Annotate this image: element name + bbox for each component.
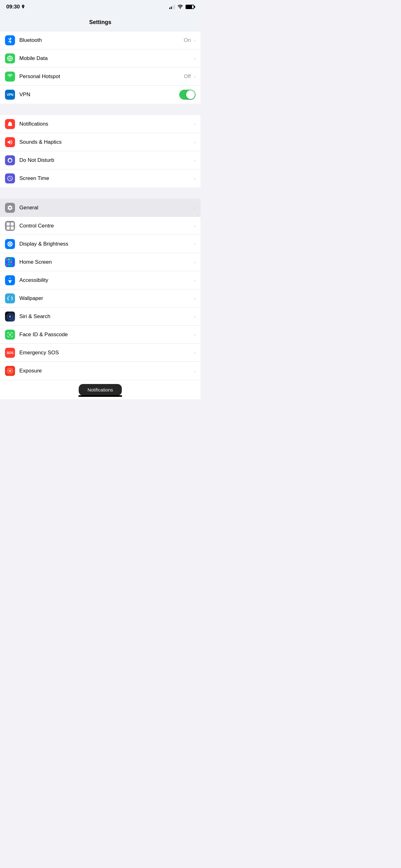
vpn-label: VPN [20,92,179,98]
settings-row-general[interactable]: General › [0,199,201,217]
emergency-sos-icon: SOS [5,348,15,358]
settings-row-personal-hotspot[interactable]: Personal Hotspot Off › [0,67,201,86]
wallpaper-chevron: › [194,296,196,301]
section-system1: Notifications › Sounds & Haptics › Do No… [0,115,201,187]
settings-row-sounds[interactable]: Sounds & Haptics › [0,133,201,151]
settings-row-accessibility[interactable]: Accessibility › [0,271,201,289]
display-brightness-label: Display & Brightness [20,241,193,247]
accessibility-chevron: › [194,277,196,283]
screen-time-chevron: › [194,176,196,181]
bottom-notification-area: Notifications [0,380,201,399]
hotspot-icon [5,71,15,82]
hotspot-value: Off [184,73,191,80]
bluetooth-chevron: › [194,37,196,43]
vpn-toggle-container[interactable] [179,90,196,100]
wallpaper-label: Wallpaper [20,295,193,302]
status-bar: 09:30 [0,0,201,14]
sounds-label: Sounds & Haptics [20,139,193,145]
status-time: 09:30 [6,4,25,10]
hotspot-label: Personal Hotspot [20,73,184,80]
mobile-data-chevron: › [194,56,196,61]
control-centre-chevron: › [194,223,196,228]
home-screen-icon [5,257,15,267]
mobile-data-icon [5,54,15,63]
exposure-label: Exposure [20,368,193,374]
siri-icon [5,312,15,321]
face-id-chevron: › [194,332,196,337]
vpn-icon: VPN [5,90,15,100]
settings-row-face-id[interactable]: Face ID & Passcode › [0,326,201,344]
svg-point-3 [9,333,9,334]
display-brightness-chevron: › [194,241,196,247]
vpn-toggle-knob [186,90,195,99]
svg-point-10 [12,371,13,372]
navigation-header: Settings [0,14,201,31]
general-label: General [20,205,193,211]
siri-label: Siri & Search [20,313,193,320]
wallpaper-icon [5,293,15,303]
signal-bar-2 [171,6,172,9]
do-not-disturb-label: Do Not Disturb [20,157,193,163]
bluetooth-icon [5,35,15,45]
settings-row-exposure[interactable]: Exposure › [0,362,201,380]
vpn-toggle[interactable] [179,90,196,100]
face-id-label: Face ID & Passcode [20,332,193,338]
section-gap-1 [0,104,201,115]
display-brightness-icon [5,239,15,249]
svg-point-7 [10,368,11,369]
svg-point-1 [9,277,10,278]
signal-strength [169,5,175,9]
emergency-sos-chevron: › [194,350,196,355]
settings-row-bluetooth[interactable]: Bluetooth On › [0,31,201,50]
svg-point-5 [9,370,11,372]
exposure-chevron: › [194,368,196,374]
notifications-chevron: › [194,121,196,127]
siri-chevron: › [194,314,196,319]
do-not-disturb-icon [5,155,15,165]
section-system2: General › Control Centre › Display & Bri… [0,199,201,380]
accessibility-label: Accessibility [20,277,193,283]
settings-content: Bluetooth On › Mobile Data › Perso [0,31,201,399]
settings-row-control-centre[interactable]: Control Centre › [0,217,201,235]
status-icons [169,5,194,9]
notification-toast-text: Notifications [88,387,113,393]
svg-point-13 [11,372,12,373]
hotspot-chevron: › [194,74,196,79]
control-centre-icon [5,221,15,231]
section-connectivity: Bluetooth On › Mobile Data › Perso [0,31,201,104]
bluetooth-value: On [183,37,191,43]
mobile-data-label: Mobile Data [20,55,191,62]
settings-row-do-not-disturb[interactable]: Do Not Disturb › [0,151,201,169]
settings-row-siri[interactable]: Siri & Search › [0,307,201,326]
sounds-icon [5,137,15,147]
svg-point-8 [11,369,12,370]
settings-row-home-screen[interactable]: Home Screen › [0,253,201,271]
signal-bar-1 [169,7,170,9]
settings-row-vpn[interactable]: VPN VPN [0,86,201,104]
svg-point-11 [8,372,9,373]
control-centre-label: Control Centre [20,223,193,229]
settings-row-emergency-sos[interactable]: SOS Emergency SOS › [0,344,201,362]
settings-row-wallpaper[interactable]: Wallpaper › [0,289,201,307]
home-screen-label: Home Screen [20,259,193,265]
accessibility-icon [5,275,15,285]
notifications-label: Notifications [20,121,193,127]
exposure-icon [5,366,15,376]
general-icon [5,203,15,213]
wifi-icon [177,5,183,9]
settings-row-screen-time[interactable]: Screen Time › [0,169,201,187]
general-chevron: › [194,205,196,210]
screen-time-label: Screen Time [20,175,193,182]
svg-point-12 [10,373,11,374]
settings-row-display-brightness[interactable]: Display & Brightness › [0,235,201,253]
svg-point-6 [8,369,9,370]
signal-bar-4 [174,5,175,9]
svg-point-9 [7,371,8,372]
location-icon [21,5,25,9]
home-indicator [78,395,122,397]
settings-row-notifications[interactable]: Notifications › [0,115,201,133]
settings-row-mobile-data[interactable]: Mobile Data › [0,50,201,67]
face-id-icon [5,330,15,340]
sounds-chevron: › [194,140,196,145]
do-not-disturb-chevron: › [194,157,196,163]
